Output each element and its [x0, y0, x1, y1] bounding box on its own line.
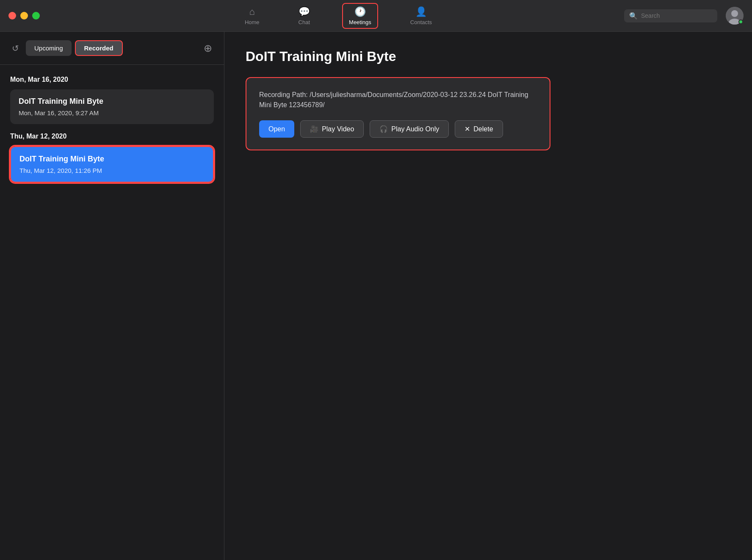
recording-path-label: Recording Path:	[259, 91, 308, 98]
tab-home-label: Home	[245, 19, 260, 25]
date-group-mar12: Thu, Mar 12, 2020 DoIT Training Mini Byt…	[10, 133, 214, 183]
contacts-icon: 👤	[415, 6, 427, 17]
date-label-mar16: Mon, Mar 16, 2020	[10, 76, 214, 83]
play-video-button[interactable]: 🎥 Play Video	[300, 120, 364, 138]
play-audio-button[interactable]: 🎧 Play Audio Only	[370, 120, 449, 138]
tab-chat-label: Chat	[299, 19, 310, 25]
meeting-item-mar12[interactable]: DoIT Training Mini Byte Thu, Mar 12, 202…	[10, 146, 214, 183]
delete-button[interactable]: ✕ Delete	[455, 120, 503, 138]
open-button[interactable]: Open	[259, 120, 294, 138]
sidebar-header: ↺ Upcoming Recorded ⊕	[0, 32, 224, 65]
sidebar-content: Mon, Mar 16, 2020 DoIT Training Mini Byt…	[0, 65, 224, 198]
add-meeting-button[interactable]: ⊕	[202, 41, 214, 56]
tab-upcoming[interactable]: Upcoming	[26, 40, 72, 56]
recording-box: Recording Path: /Users/juliesharma/Docum…	[246, 77, 550, 150]
nav-tabs: ⌂ Home 💬 Chat 🕐 Meetings 👤 Contacts	[53, 3, 624, 29]
online-indicator	[738, 19, 743, 24]
tab-contacts-label: Contacts	[410, 19, 432, 25]
recording-path: Recording Path: /Users/juliesharma/Docum…	[259, 90, 537, 110]
minimize-button[interactable]	[20, 12, 28, 19]
meetings-icon: 🕐	[354, 6, 366, 17]
detail-panel: DoIT Training Mini Byte Recording Path: …	[224, 32, 752, 560]
tab-recorded[interactable]: Recorded	[75, 40, 123, 56]
close-button[interactable]	[8, 12, 16, 19]
search-input[interactable]	[641, 12, 709, 19]
search-bar: 🔍	[624, 9, 717, 22]
chat-icon: 💬	[299, 6, 310, 17]
meeting-item-mar16[interactable]: DoIT Training Mini Byte Mon, Mar 16, 202…	[10, 89, 214, 124]
tab-meetings[interactable]: 🕐 Meetings	[342, 3, 378, 29]
home-icon: ⌂	[249, 6, 255, 17]
avatar-container[interactable]	[726, 7, 744, 25]
title-bar: ⌂ Home 💬 Chat 🕐 Meetings 👤 Contacts 🔍	[0, 0, 752, 32]
video-icon: 🎥	[310, 125, 318, 133]
svg-point-1	[731, 10, 738, 17]
tab-meetings-label: Meetings	[349, 19, 371, 25]
date-group-mar16: Mon, Mar 16, 2020 DoIT Training Mini Byt…	[10, 76, 214, 124]
search-icon: 🔍	[629, 12, 638, 20]
tab-chat[interactable]: 💬 Chat	[292, 3, 317, 29]
meeting-title-mar16: DoIT Training Mini Byte	[19, 97, 205, 106]
x-icon: ✕	[464, 125, 470, 133]
date-label-mar12: Thu, Mar 12, 2020	[10, 133, 214, 140]
main-layout: ↺ Upcoming Recorded ⊕ Mon, Mar 16, 2020 …	[0, 32, 752, 560]
meeting-time-mar12: Thu, Mar 12, 2020, 11:26 PM	[19, 167, 205, 174]
meeting-title-mar12: DoIT Training Mini Byte	[19, 155, 205, 164]
tab-contacts[interactable]: 👤 Contacts	[404, 3, 439, 29]
meeting-time-mar16: Mon, Mar 16, 2020, 9:27 AM	[19, 109, 205, 116]
action-buttons: Open 🎥 Play Video 🎧 Play Audio Only ✕ De…	[259, 120, 537, 138]
tab-home[interactable]: ⌂ Home	[238, 3, 266, 29]
window-controls	[8, 12, 40, 19]
headphone-icon: 🎧	[379, 125, 388, 133]
sidebar: ↺ Upcoming Recorded ⊕ Mon, Mar 16, 2020 …	[0, 32, 224, 560]
refresh-button[interactable]: ↺	[10, 42, 21, 55]
maximize-button[interactable]	[32, 12, 40, 19]
sidebar-tab-buttons: Upcoming Recorded	[26, 40, 197, 56]
detail-title: DoIT Training Mini Byte	[246, 49, 731, 64]
